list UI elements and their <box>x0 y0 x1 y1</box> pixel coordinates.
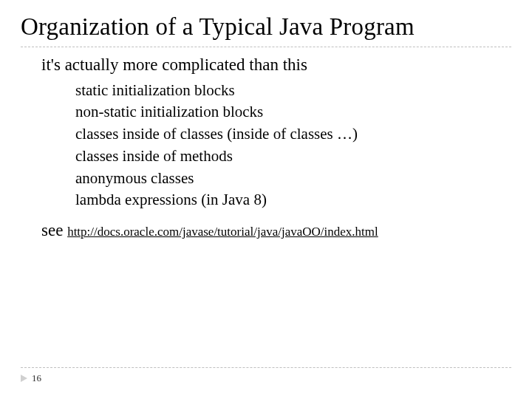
slide: Organization of a Typical Java Program i… <box>0 0 532 399</box>
bullet-glyph-icon <box>59 168 75 171</box>
sub-bullet-text: static initialization blocks <box>75 81 235 101</box>
page-number: 16 <box>32 372 41 384</box>
sub-bullet: static initialization blocks <box>59 81 511 101</box>
sub-bullet: non-static initialization blocks <box>59 102 511 123</box>
sub-bullet-text: classes inside of classes (inside of cla… <box>75 124 358 145</box>
bullet-glyph-icon <box>59 102 75 105</box>
slide-footer: 16 <box>21 367 511 384</box>
sub-bullet-text: lambda expressions (in Java 8) <box>75 190 267 211</box>
sub-bullet: anonymous classes <box>59 168 511 189</box>
sub-bullet-list: static initialization blocks non-static … <box>59 81 511 211</box>
bullet-text: it's actually more complicated than this <box>41 55 307 76</box>
bullet-level1: it's actually more complicated than this <box>25 55 511 76</box>
sub-bullet-text: anonymous classes <box>75 168 194 189</box>
sub-bullet-text: classes inside of methods <box>75 146 233 167</box>
page-number-container: 16 <box>21 372 511 384</box>
divider-bottom <box>21 367 511 368</box>
divider-top <box>21 47 511 47</box>
sub-bullet: classes inside of methods <box>59 146 511 167</box>
bullet-glyph-icon <box>59 81 75 83</box>
bullet-glyph-icon <box>59 146 75 149</box>
see-link[interactable]: http://docs.oracle.com/javase/tutorial/j… <box>67 225 378 239</box>
sub-bullet: lambda expressions (in Java 8) <box>59 190 511 211</box>
see-label-text: see <box>41 221 63 239</box>
bullet-glyph-icon <box>25 55 41 57</box>
slide-title: Organization of a Typical Java Program <box>21 13 511 41</box>
see-label: see http://docs.oracle.com/javase/tutori… <box>41 221 378 240</box>
bullet-see: see http://docs.oracle.com/javase/tutori… <box>25 221 511 240</box>
triangle-icon <box>21 375 27 382</box>
sub-bullet: classes inside of classes (inside of cla… <box>59 124 511 145</box>
bullet-glyph-icon <box>59 124 75 127</box>
sub-bullet-text: non-static initialization blocks <box>75 102 263 123</box>
bullet-glyph-icon <box>59 190 75 193</box>
